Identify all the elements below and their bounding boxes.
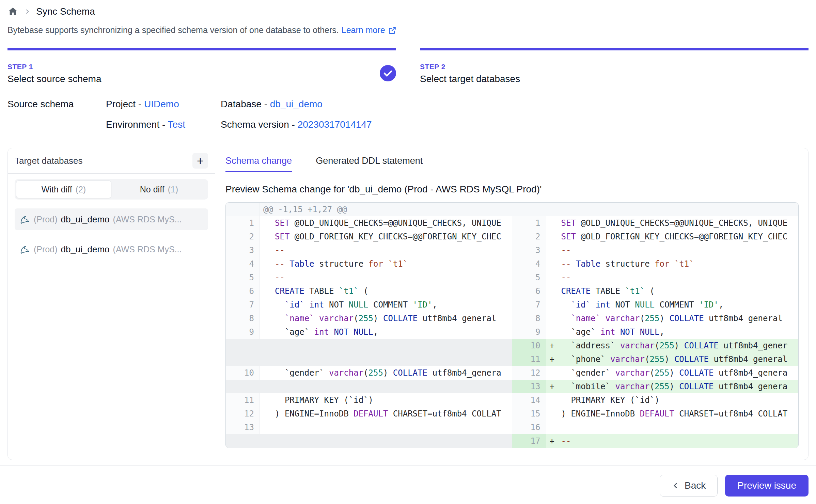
diff-filter-tab-with-diff[interactable]: With diff(2) xyxy=(16,180,111,198)
step-2-label: STEP 2 xyxy=(420,63,809,71)
target-databases-panel: Target databases + With diff(2)No diff(1… xyxy=(8,148,215,460)
diff-row: 1SET @OLD_UNIQUE_CHECKS=@@UNIQUE_CHECKS,… xyxy=(226,216,512,230)
diff-line-number: 9 xyxy=(226,325,260,339)
database-link[interactable]: db_ui_demo xyxy=(270,99,323,109)
tab-generated-ddl-statement[interactable]: Generated DDL statement xyxy=(316,156,423,172)
diff-code: `id` int NOT NULL COMMENT 'ID', xyxy=(275,298,512,312)
diff-line-number: 4 xyxy=(226,257,260,271)
target-databases-header: Target databases + xyxy=(8,148,215,174)
mysql-icon xyxy=(19,244,30,255)
diff-line-number: 13 xyxy=(512,380,546,393)
diff-spacer-row xyxy=(226,380,512,393)
schema-change-content: Schema changeGenerated DDL statement Pre… xyxy=(215,148,808,460)
diff-row: 7 `id` int NOT NULL COMMENT 'ID', xyxy=(512,298,799,312)
tab-count: (2) xyxy=(76,185,86,194)
diff-marker xyxy=(546,366,561,380)
diff-code: -- xyxy=(275,271,512,284)
footer-actions: Back Preview issue xyxy=(7,475,809,497)
step-1-label: STEP 1 xyxy=(7,63,396,71)
diff-line-number xyxy=(226,339,260,352)
diff-line-number: 3 xyxy=(226,243,260,257)
tab-schema-change[interactable]: Schema change xyxy=(225,156,292,172)
step-1[interactable]: STEP 1 Select source schema xyxy=(7,48,396,84)
diff-line-number: 2 xyxy=(512,230,546,243)
diff-row: 1SET @OLD_UNIQUE_CHECKS=@@UNIQUE_CHECKS,… xyxy=(512,216,799,230)
database-name: db_ui_demo xyxy=(61,244,109,255)
diff-line-number: 5 xyxy=(226,271,260,284)
diff-marker xyxy=(260,421,275,434)
diff-line-number: 1 xyxy=(512,216,546,230)
diff-row: 5-- xyxy=(512,271,799,284)
add-database-button[interactable]: + xyxy=(192,153,208,169)
tab-label: No diff xyxy=(140,185,164,194)
diff-marker xyxy=(546,325,561,339)
target-selection-card: Target databases + With diff(2)No diff(1… xyxy=(7,148,809,460)
preview-issue-button[interactable]: Preview issue xyxy=(725,475,809,497)
diff-code: -- xyxy=(561,243,799,257)
step-2[interactable]: STEP 2 Select target databases xyxy=(420,48,809,84)
diff-row: 17+-- xyxy=(512,434,799,448)
diff-filter-tab-no-diff[interactable]: No diff(1) xyxy=(111,180,207,198)
environment-label: Environment - xyxy=(106,119,165,130)
diff-code: `name` varchar(255) COLLATE utf8mb4_gene… xyxy=(561,312,799,325)
diff-line-number: 6 xyxy=(226,284,260,298)
source-field-project: Project - UIDemo xyxy=(106,99,221,110)
diff-row: 16 xyxy=(512,421,799,434)
diff-code: CREATE TABLE `t1` ( xyxy=(561,284,799,298)
diff-line-number: 11 xyxy=(226,393,260,407)
diff-row: 2SET @OLD_FOREIGN_KEY_CHECKS=@@FOREIGN_K… xyxy=(512,230,799,243)
diff-row: 6CREATE TABLE `t1` ( xyxy=(512,284,799,298)
diff-code: SET @OLD_FOREIGN_KEY_CHECKS=@@FOREIGN_KE… xyxy=(275,230,512,243)
page-title: Sync Schema xyxy=(36,6,95,17)
diff-code: `mobile` varchar(255) COLLATE utf8mb4_ge… xyxy=(561,380,799,393)
diff-code xyxy=(260,380,512,393)
footer-divider xyxy=(0,465,816,466)
back-button[interactable]: Back xyxy=(660,475,718,497)
database-list-item[interactable]: (Prod)db_ui_demo(AWS RDS MyS... xyxy=(15,208,208,230)
diff-code: `id` int NOT NULL COMMENT 'ID', xyxy=(561,298,799,312)
database-instance: (AWS RDS MyS... xyxy=(113,215,182,224)
step-2-progress-bar xyxy=(420,48,809,50)
diff-code: `gender` varchar(255) COLLATE utf8mb4_ge… xyxy=(561,366,799,380)
tab-count: (1) xyxy=(168,185,178,194)
diff-marker xyxy=(260,271,275,284)
diff-row: 4-- Table structure for `t1` xyxy=(512,257,799,271)
diff-code: -- Table structure for `t1` xyxy=(275,257,512,271)
project-link[interactable]: UIDemo xyxy=(144,99,179,109)
diff-code: -- xyxy=(275,243,512,257)
diff-marker xyxy=(546,298,561,312)
diff-code: `age` int NOT NULL, xyxy=(275,325,512,339)
diff-line-number: 7 xyxy=(512,298,546,312)
diff-row: 3-- xyxy=(512,243,799,257)
diff-row: 8 `name` varchar(255) COLLATE utf8mb4_ge… xyxy=(512,312,799,325)
diff-code xyxy=(260,339,512,352)
diff-marker xyxy=(260,325,275,339)
source-field-schema-version: Schema version - 20230317014147 xyxy=(221,119,809,130)
diff-row: 12 `gender` varchar(255) COLLATE utf8mb4… xyxy=(512,366,799,380)
database-list-item[interactable]: (Prod)db_ui_demo(AWS RDS MyS... xyxy=(15,238,208,260)
diff-row: 13+ `mobile` varchar(255) COLLATE utf8mb… xyxy=(512,380,799,393)
diff-marker xyxy=(546,393,561,407)
diff-marker xyxy=(260,312,275,325)
step-1-title: Select source schema xyxy=(7,74,396,84)
environment-link[interactable]: Test xyxy=(168,119,185,130)
content-tabs: Schema changeGenerated DDL statement xyxy=(225,156,808,172)
target-databases-title: Target databases xyxy=(15,156,82,166)
source-schema-summary: Source schema Project - UIDemo Database … xyxy=(7,99,809,130)
diff-code xyxy=(260,434,512,448)
diff-hunk-text: @@ -1,15 +1,27 @@ xyxy=(260,203,512,216)
diff-marker xyxy=(546,284,561,298)
sync-schema-page: Sync Schema Bytebase supports synchroniz… xyxy=(0,0,816,504)
diff-code: `address` varchar(255) COLLATE utf8mb4_g… xyxy=(561,339,799,352)
database-list: (Prod)db_ui_demo(AWS RDS MyS...(Prod)db_… xyxy=(15,208,208,268)
learn-more-link[interactable]: Learn more xyxy=(342,25,397,35)
database-environment: (Prod) xyxy=(34,215,57,224)
diff-add-marker: + xyxy=(546,380,561,393)
tab-label: With diff xyxy=(42,185,72,194)
diff-code: CREATE TABLE `t1` ( xyxy=(275,284,512,298)
schema-version-link[interactable]: 20230317014147 xyxy=(298,119,372,130)
diff-marker xyxy=(260,284,275,298)
home-icon[interactable] xyxy=(7,6,18,17)
diff-line-number: 16 xyxy=(512,421,546,434)
diff-line-number: 8 xyxy=(512,312,546,325)
